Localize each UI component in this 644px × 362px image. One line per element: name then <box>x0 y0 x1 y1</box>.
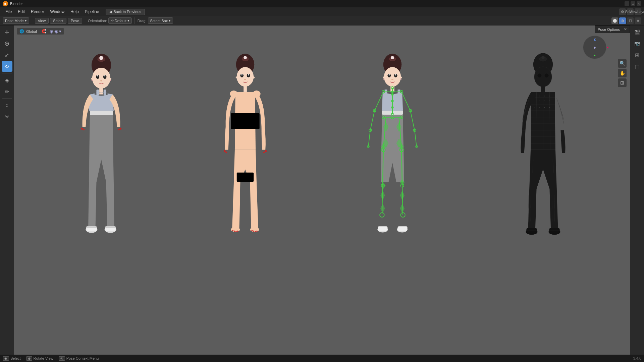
menu-file[interactable]: File <box>3 9 14 15</box>
sculpt-tool-button[interactable]: ◈ <box>2 75 12 85</box>
window-controls: — □ ✕ <box>625 1 641 6</box>
viewport-shading-1[interactable]: ⬤ <box>611 17 618 24</box>
version-text: 3.4.0 <box>633 356 641 360</box>
rotate-label: Rotate View <box>34 356 53 360</box>
viewport-shading-3[interactable]: ◻ <box>627 17 634 24</box>
svg-point-56 <box>256 231 258 232</box>
title-bar: B Blender — □ ✕ <box>0 0 644 7</box>
annotate-tool-button[interactable]: ✏ <box>2 86 12 97</box>
pose-mode-dropdown[interactable]: Pose Mode ▾ <box>3 17 29 24</box>
sep1 <box>32 17 32 24</box>
svg-point-6 <box>97 75 98 76</box>
svg-point-34 <box>248 74 249 75</box>
viewlayer-properties-button[interactable]: ◫ <box>632 61 643 72</box>
orientation-icon: ⊹ <box>111 18 114 23</box>
transform-tool-button[interactable]: ⤢ <box>2 50 12 60</box>
menu-edit[interactable]: Edit <box>15 9 28 15</box>
svg-point-46 <box>263 152 265 153</box>
svg-point-64 <box>395 74 396 75</box>
view-button[interactable]: View <box>35 18 49 24</box>
sidebar-sep2 <box>2 98 12 99</box>
svg-point-59 <box>391 56 394 59</box>
back-to-previous-button[interactable]: ◀ Back to Previous <box>106 9 145 15</box>
svg-line-92 <box>415 130 417 147</box>
svg-point-180 <box>549 107 550 108</box>
viewport-shading-2[interactable]: ◑ <box>619 17 626 24</box>
svg-point-44 <box>225 152 227 153</box>
svg-point-2 <box>99 56 103 60</box>
drag-dropdown[interactable]: Select Box ▾ <box>148 17 173 24</box>
svg-point-50 <box>234 231 235 232</box>
svg-rect-13 <box>99 88 103 94</box>
svg-point-47 <box>231 227 240 232</box>
svg-point-68 <box>400 76 402 78</box>
move-tool-button[interactable]: ⊕ <box>2 38 12 49</box>
svg-rect-26 <box>105 226 115 228</box>
menu-pipeline[interactable]: Pipeline <box>82 9 102 15</box>
status-rotate: ⊕ Rotate View <box>26 356 53 361</box>
char2-svg <box>215 46 275 274</box>
svg-point-20 <box>118 129 120 130</box>
svg-point-63 <box>388 74 390 75</box>
app-title: Blender <box>10 2 23 6</box>
drag-label: Drag: <box>138 19 147 23</box>
drag-group: Drag: Select Box ▾ <box>138 17 173 24</box>
menu-help[interactable]: Help <box>68 9 82 15</box>
mmb-key: ⊕ <box>26 356 32 361</box>
menu-window[interactable]: Window <box>47 9 67 15</box>
svg-point-8 <box>100 80 102 81</box>
status-select: ◉ Select <box>3 356 21 361</box>
rmb-key: ◎ <box>59 356 65 361</box>
viewport-shading-4[interactable]: ◈ <box>635 17 641 24</box>
header-right-icons: ⚙ Scene ViewLayer <box>619 8 641 15</box>
minimize-button[interactable]: — <box>625 1 629 6</box>
cursor-tool-button[interactable]: ✛ <box>2 27 12 38</box>
scene-properties-button[interactable]: 🎬 <box>632 27 643 38</box>
status-context-menu: ◎ Pose Context Menu <box>59 356 99 361</box>
viewport-icons: ⬤ ◑ ◻ ◈ <box>611 17 641 24</box>
drag-arrow: ▾ <box>169 18 171 23</box>
svg-marker-117 <box>380 203 385 213</box>
viewport-shading-icons: ◉ ◉ ▾ <box>50 29 62 34</box>
char4-svg <box>509 46 577 274</box>
measure-tool-button[interactable]: ↕ <box>2 100 12 111</box>
select-button[interactable]: Select <box>50 18 66 24</box>
main-viewport[interactable]: Pose Options ✕ Z ● ● ● 🔍 ✋ ⊞ <box>14 25 630 355</box>
svg-point-36 <box>235 76 237 78</box>
rotate-tool-button[interactable]: ↻ <box>2 61 12 72</box>
svg-rect-124 <box>378 226 387 231</box>
svg-point-172 <box>549 96 550 97</box>
svg-point-45 <box>265 150 267 152</box>
svg-line-155 <box>528 195 529 208</box>
svg-point-54 <box>253 231 254 232</box>
back-label: Back to Previous <box>113 10 141 14</box>
output-properties-button[interactable]: ⊞ <box>632 50 643 60</box>
svg-point-35 <box>244 79 246 80</box>
sep2 <box>85 17 85 24</box>
svg-marker-104 <box>381 182 386 189</box>
orientation-dropdown[interactable]: ⊹ Default ▾ <box>108 17 132 24</box>
svg-point-3 <box>92 68 110 88</box>
svg-rect-16 <box>90 111 113 115</box>
maximize-button[interactable]: □ <box>631 1 635 6</box>
svg-point-67 <box>383 78 384 80</box>
global-icon: 🌐 <box>19 29 24 34</box>
close-button[interactable]: ✕ <box>637 1 641 6</box>
render-properties-button[interactable]: 📷 <box>632 38 643 49</box>
select-label: Select <box>10 356 21 360</box>
svg-line-82 <box>374 92 383 111</box>
global-indicator: 🌐 Global 🧲 ◉ ◉ ▾ <box>17 28 64 35</box>
viewlayer-label: ViewLayer <box>629 10 644 14</box>
svg-rect-15 <box>103 89 106 95</box>
svg-rect-14 <box>96 89 99 95</box>
pose-button[interactable]: Pose <box>68 18 82 24</box>
svg-point-10 <box>91 80 93 81</box>
svg-point-43 <box>223 150 225 152</box>
character-3-skeleton <box>356 46 429 274</box>
svg-point-128 <box>541 56 545 59</box>
menu-render[interactable]: Render <box>28 9 47 15</box>
svg-point-33 <box>241 74 243 75</box>
custom-tool-button[interactable]: ✳ <box>2 111 12 122</box>
viewlayer-selector[interactable]: ViewLayer <box>635 8 641 15</box>
menu-bar: File Edit Render Window Help Pipeline ◀ … <box>0 7 644 16</box>
